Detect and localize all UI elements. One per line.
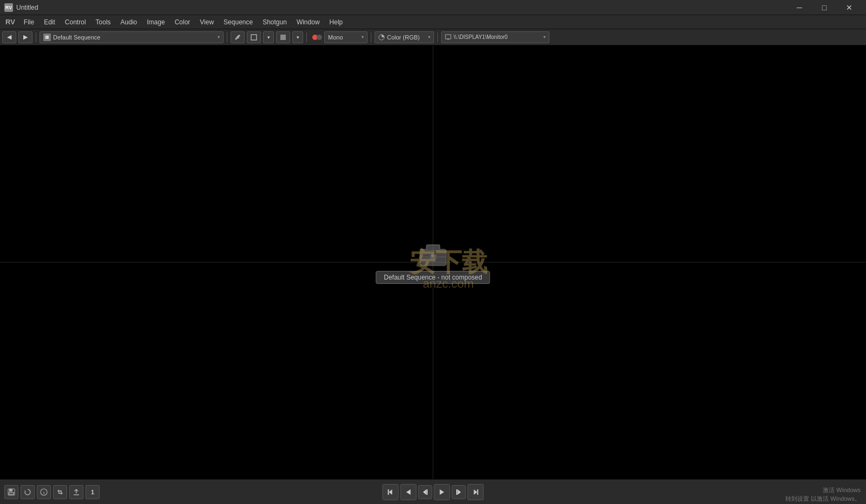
upload-button[interactable]	[69, 485, 83, 499]
forward-button[interactable]: ▶	[18, 31, 32, 43]
color-icon	[378, 34, 385, 41]
win-activate-line1: 激活 Windows	[785, 486, 861, 494]
svg-marker-28	[474, 489, 477, 495]
app-icon: RV	[4, 3, 13, 12]
svg-text:i: i	[43, 490, 44, 495]
square-dropdown-button[interactable]: ▾	[292, 31, 303, 43]
menu-shotgun[interactable]: Shotgun	[258, 17, 291, 28]
sequence-name: Default Sequence	[53, 34, 100, 41]
sequence-icon: ▦	[43, 34, 51, 41]
sync-icon	[56, 488, 64, 496]
save-button[interactable]	[4, 485, 18, 499]
svg-rect-29	[477, 489, 478, 495]
toolbar-separator-1	[36, 32, 36, 42]
svg-marker-25	[440, 489, 444, 495]
mono-label: Mono	[328, 34, 343, 41]
empty-sequence-label: Default Sequence - not composed	[376, 271, 490, 284]
win-activate-line2: 转到设置 以激活 Windows。	[785, 495, 861, 503]
svg-rect-0	[251, 35, 257, 40]
save-icon	[8, 488, 15, 496]
number-label: 1	[91, 489, 94, 495]
back-button[interactable]: ◀	[2, 31, 16, 43]
transport-controls	[383, 484, 484, 500]
svg-marker-20	[389, 489, 392, 495]
toolbar-separator-4	[371, 32, 371, 42]
play-fwd-icon	[438, 488, 446, 496]
frame-button[interactable]	[247, 31, 261, 43]
svg-marker-16	[24, 490, 26, 493]
refresh-icon	[24, 488, 31, 496]
play-forward-button[interactable]	[434, 484, 450, 500]
briefcase-icon	[418, 241, 448, 267]
menu-file[interactable]: File	[19, 17, 38, 28]
channel-dot-grey	[317, 35, 322, 40]
menu-window[interactable]: Window	[292, 17, 324, 28]
menu-image[interactable]: Image	[142, 17, 169, 28]
close-button[interactable]: ✕	[837, 0, 862, 15]
menubar: RV File Edit Control Tools Audio Image C…	[0, 15, 866, 29]
skip-start-icon	[387, 488, 395, 496]
skip-to-start-button[interactable]	[383, 484, 399, 500]
rv-app-label: RV	[2, 16, 18, 28]
prev-frame-button[interactable]	[418, 485, 432, 499]
menu-color[interactable]: Color	[170, 17, 195, 28]
menu-tools[interactable]: Tools	[91, 17, 115, 28]
svg-marker-22	[406, 489, 411, 495]
menu-sequence[interactable]: Sequence	[219, 17, 257, 28]
prev-frame-icon	[422, 488, 429, 496]
toolbar-separator-5	[437, 32, 438, 42]
bottombar: i 1	[0, 479, 866, 504]
svg-rect-1	[280, 35, 286, 40]
minimize-button[interactable]: ─	[787, 0, 812, 15]
menu-help[interactable]: Help	[325, 17, 347, 28]
square-button[interactable]	[276, 31, 290, 43]
next-frame-button[interactable]	[452, 485, 466, 499]
svg-rect-27	[456, 489, 457, 495]
menu-edit[interactable]: Edit	[40, 17, 60, 28]
maximize-button[interactable]: □	[812, 0, 837, 15]
svg-marker-23	[423, 489, 427, 495]
windows-activation: 激活 Windows 转到设置 以激活 Windows。	[785, 486, 861, 503]
display-dropdown[interactable]: \\.\DISPLAY1\Monitor0 ▾	[441, 31, 549, 43]
center-overlay: Default Sequence - not composed	[376, 241, 490, 284]
refresh-button[interactable]	[21, 485, 35, 499]
info-button[interactable]: i	[37, 485, 51, 499]
app-icon-label: RV	[5, 5, 12, 10]
titlebar: RV Untitled ─ □ ✕	[0, 0, 866, 15]
skip-end-icon	[472, 488, 480, 496]
svg-rect-13	[9, 489, 12, 492]
square-icon	[280, 34, 286, 41]
toolbar-separator-3	[306, 32, 307, 42]
tools-button[interactable]	[231, 31, 245, 43]
viewport[interactable]: Default Sequence - not composed 安下载 anzc…	[0, 45, 866, 479]
window-controls: ─ □ ✕	[787, 0, 862, 15]
svg-marker-26	[458, 489, 461, 495]
titlebar-left: RV Untitled	[4, 3, 38, 12]
menu-control[interactable]: Control	[61, 17, 90, 28]
upload-icon	[73, 488, 80, 496]
play-back-icon	[405, 488, 412, 496]
frame-dropdown-button[interactable]: ▾	[263, 31, 274, 43]
display-label: \\.\DISPLAY1\Monitor0	[454, 34, 541, 40]
frame-icon	[251, 34, 257, 41]
svg-rect-3	[445, 35, 451, 39]
window-title: Untitled	[16, 4, 38, 11]
sequence-dropdown-arrow: ▾	[218, 35, 220, 39]
toolbar: ◀ ▶ ▦ Default Sequence ▾ ▾ ▾ Mono ▾	[0, 29, 866, 45]
number-button[interactable]: 1	[86, 485, 100, 499]
color-dropdown[interactable]: Color (RGB) ▾	[375, 31, 434, 43]
svg-rect-21	[388, 489, 389, 495]
menu-view[interactable]: View	[195, 17, 218, 28]
menu-audio[interactable]: Audio	[116, 17, 142, 28]
toolbar-separator-2	[227, 32, 227, 42]
monitor-icon	[445, 34, 451, 41]
mono-dropdown[interactable]: Mono ▾	[324, 31, 368, 43]
info-icon: i	[40, 488, 48, 496]
play-backward-button[interactable]	[401, 484, 417, 500]
sequence-dropdown[interactable]: ▦ Default Sequence ▾	[40, 31, 224, 43]
sync-button[interactable]	[53, 485, 67, 499]
svg-rect-11	[430, 255, 436, 259]
next-frame-icon	[455, 488, 463, 496]
skip-to-end-button[interactable]	[468, 484, 484, 500]
svg-rect-24	[427, 489, 428, 495]
